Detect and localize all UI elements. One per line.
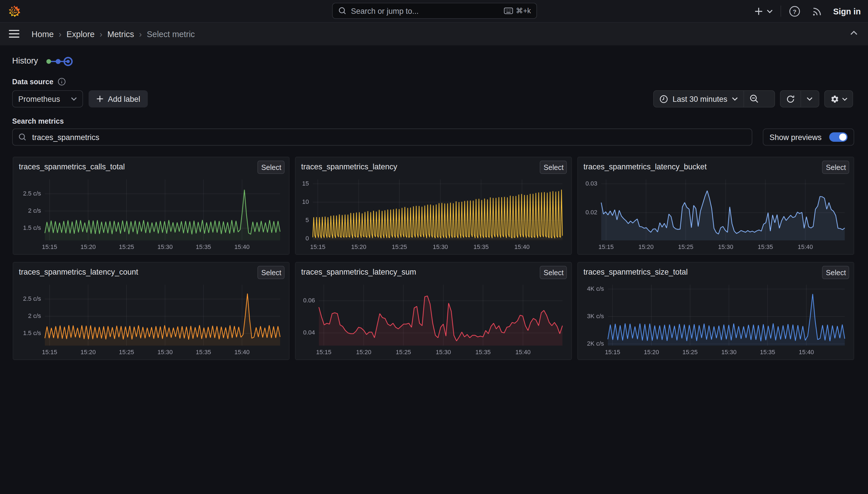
add-new-button[interactable] xyxy=(754,7,773,15)
breadcrumb-metrics[interactable]: Metrics xyxy=(107,29,134,39)
plus-icon xyxy=(96,95,103,102)
breadcrumb-separator: › xyxy=(139,29,142,39)
breadcrumb-home[interactable]: Home xyxy=(32,29,54,39)
chevron-down-icon xyxy=(842,97,847,101)
keyboard-icon xyxy=(504,7,513,14)
time-range-picker[interactable]: Last 30 minutes xyxy=(654,91,744,107)
chevron-down-icon xyxy=(807,97,812,101)
metric-preview-chart xyxy=(582,279,850,357)
metric-panel: traces_spanmetrics_latency_bucket Select xyxy=(577,157,854,255)
breadcrumb-separator: › xyxy=(59,29,61,39)
metric-panel: traces_spanmetrics_calls_total Select xyxy=(13,157,290,255)
toggle-knob xyxy=(839,133,846,140)
explore-metrics-content: History Data source Prometheus xyxy=(0,45,868,494)
select-metric-button[interactable]: Select xyxy=(258,161,284,174)
svg-text:?: ? xyxy=(793,8,796,15)
metric-preview-chart xyxy=(582,174,850,252)
chevron-down-icon xyxy=(71,97,77,101)
sign-in-button[interactable]: Sign in xyxy=(833,6,861,16)
panel-title: traces_spanmetrics_latency_sum xyxy=(301,267,416,276)
gear-icon xyxy=(830,94,839,103)
zoom-out-icon xyxy=(750,94,759,103)
panel-title: traces_spanmetrics_latency xyxy=(301,162,397,171)
metric-panel: traces_spanmetrics_size_total Select xyxy=(577,262,854,360)
top-nav: Search or jump to... ⌘+k ? xyxy=(0,0,868,23)
data-source-picker[interactable]: Prometheus xyxy=(12,90,83,108)
metric-search-box xyxy=(12,129,752,146)
search-shortcut: ⌘+k xyxy=(516,6,531,15)
settings-group xyxy=(824,90,853,108)
show-previews-control: Show previews xyxy=(763,129,854,146)
metric-panel: traces_spanmetrics_latency_sum Select xyxy=(295,262,572,360)
news-rss-button[interactable] xyxy=(812,6,822,16)
breadcrumb-bar: Home › Explore › Metrics › Select metric xyxy=(0,23,868,46)
add-label-button[interactable]: Add label xyxy=(88,90,148,108)
history-label: History xyxy=(12,56,38,65)
breadcrumb-current: Select metric xyxy=(147,29,195,39)
breadcrumb-separator: › xyxy=(99,29,102,39)
grafana-app: Search or jump to... ⌘+k ? xyxy=(0,0,868,494)
help-button[interactable]: ? xyxy=(789,5,801,17)
metric-panel-grid: traces_spanmetrics_calls_total Select tr… xyxy=(13,157,854,360)
refresh-button[interactable] xyxy=(781,91,801,107)
zoom-out-button[interactable] xyxy=(744,91,764,107)
chevron-down-icon xyxy=(732,97,738,101)
select-metric-button[interactable]: Select xyxy=(540,266,567,279)
history-timeline[interactable] xyxy=(45,56,74,67)
menu-hamburger-button[interactable] xyxy=(9,30,20,38)
refresh-group xyxy=(780,90,820,108)
panel-title: traces_spanmetrics_latency_bucket xyxy=(584,162,707,171)
select-metric-button[interactable]: Select xyxy=(822,266,849,279)
search-placeholder: Search or jump to... xyxy=(351,6,504,15)
clock-icon xyxy=(659,94,668,103)
breadcrumb: Home › Explore › Metrics › Select metric xyxy=(32,23,195,45)
history-step-icon xyxy=(56,59,61,64)
search-icon xyxy=(18,133,27,141)
show-previews-toggle[interactable] xyxy=(829,132,848,142)
show-previews-label: Show previews xyxy=(769,133,822,141)
metric-preview-chart xyxy=(18,279,286,357)
metric-panel: traces_spanmetrics_latency Select xyxy=(295,157,572,255)
refresh-interval-dropdown[interactable] xyxy=(801,91,818,107)
time-range-label: Last 30 minutes xyxy=(673,94,727,103)
history-step-icon xyxy=(46,59,51,64)
metric-panel: traces_spanmetrics_latency_count Select xyxy=(13,262,290,360)
panel-title: traces_spanmetrics_size_total xyxy=(584,267,688,276)
breadcrumb-explore[interactable]: Explore xyxy=(66,29,95,39)
refresh-icon xyxy=(786,94,795,103)
chevron-up-icon[interactable] xyxy=(850,31,858,35)
time-range-group: Last 30 minutes xyxy=(653,90,775,108)
metric-search-input[interactable] xyxy=(31,132,746,142)
divider xyxy=(781,5,781,17)
global-search-bar[interactable]: Search or jump to... ⌘+k xyxy=(332,3,537,19)
data-source-label: Data source xyxy=(12,78,66,86)
metric-preview-chart xyxy=(18,174,286,252)
search-metrics-label: Search metrics xyxy=(12,117,64,125)
metric-preview-chart xyxy=(300,174,568,252)
search-icon xyxy=(338,6,347,15)
select-metric-button[interactable]: Select xyxy=(822,161,849,174)
metric-preview-chart xyxy=(300,279,568,357)
info-icon[interactable] xyxy=(58,78,66,86)
select-metric-button[interactable]: Select xyxy=(258,266,284,279)
select-metric-button[interactable]: Select xyxy=(540,161,567,174)
grafana-logo-icon[interactable] xyxy=(8,5,20,17)
panel-title: traces_spanmetrics_calls_total xyxy=(19,162,125,171)
panel-title: traces_spanmetrics_latency_count xyxy=(19,267,138,276)
settings-button[interactable] xyxy=(825,91,853,107)
chevron-down-icon xyxy=(767,9,773,13)
